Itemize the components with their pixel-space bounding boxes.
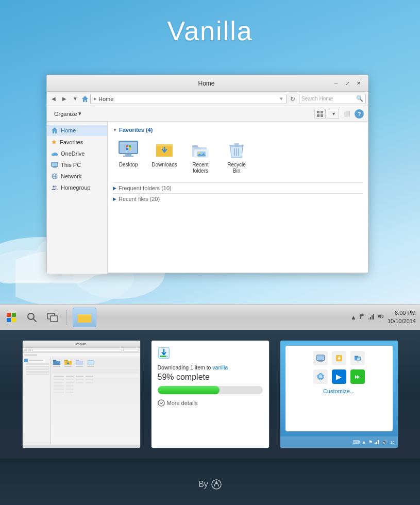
view-dropdown-button[interactable]: ▾ — [328, 109, 339, 119]
recent-folders-icon — [190, 139, 211, 160]
view-tiles-button[interactable] — [314, 109, 326, 119]
onedrive-icon — [51, 150, 58, 157]
svg-rect-5 — [317, 111, 320, 113]
favorites-title: Favorites (4) — [119, 127, 153, 133]
network-tray-icon[interactable] — [368, 313, 375, 322]
nav-item-home[interactable]: Home — [47, 125, 107, 136]
fav-item-downloads[interactable]: Downloads — [149, 137, 180, 176]
search-placeholder: Search Home — [301, 96, 356, 102]
customize-label: Customize... — [323, 388, 355, 394]
svg-rect-50 — [64, 360, 67, 361]
search-taskbar-button[interactable] — [25, 310, 39, 325]
svg-point-74 — [212, 480, 221, 489]
svg-point-20 — [55, 186, 57, 188]
by-label: By — [198, 480, 208, 489]
folder-taskbar-icon — [77, 311, 92, 324]
thumbnail-tray[interactable]: ▶ ⏭ Customize... ⌨ ▲ ⚑ — [280, 340, 398, 448]
address-path[interactable]: ▸ Home ▾ — [90, 94, 287, 104]
nav-item-homegroup[interactable]: Homegroup — [47, 182, 107, 193]
svg-rect-8 — [321, 114, 323, 117]
thumb1-taskbar — [23, 445, 140, 448]
refresh-button[interactable]: ↻ — [288, 94, 297, 104]
tray-icon-4[interactable] — [313, 369, 328, 384]
download-destination: vanilla — [212, 364, 228, 371]
organize-arrow: ▾ — [78, 110, 81, 117]
task-view-button[interactable] — [45, 310, 60, 325]
recent-files-arrow: ▶ — [113, 196, 116, 201]
up-button[interactable]: ▼ — [71, 94, 80, 104]
help-button[interactable]: ? — [355, 109, 364, 119]
thumbnail-explorer[interactable]: vanilla — [22, 340, 141, 448]
action-center-icon[interactable] — [359, 313, 366, 322]
desktop-icon — [118, 139, 139, 160]
tray-icons-row-1 — [291, 351, 388, 365]
close-button[interactable]: ✕ — [354, 79, 364, 88]
minimize-button[interactable]: ─ — [331, 79, 341, 88]
svg-rect-16 — [53, 167, 57, 168]
frequent-folders-label: Frequent folders (10) — [119, 185, 172, 191]
system-clock[interactable]: 6:00 PM 10/10/2014 — [388, 309, 416, 325]
svg-point-68 — [317, 373, 324, 380]
svg-rect-49 — [53, 360, 56, 361]
nav-item-network[interactable]: Network — [47, 171, 107, 182]
fav-item-desktop[interactable]: Desktop — [113, 137, 144, 176]
tray-icon-1[interactable] — [313, 351, 328, 365]
volume-icon[interactable] — [377, 313, 384, 322]
forward-button[interactable]: ▶ — [60, 94, 69, 104]
maximize-button[interactable]: ⤢ — [342, 79, 352, 88]
customize-button[interactable]: Customize... — [291, 388, 388, 394]
back-button[interactable]: ◀ — [49, 94, 58, 104]
thumb1-body — [23, 357, 140, 445]
nav-home-label: Home — [61, 127, 76, 133]
recent-files-row[interactable]: ▶ Recent files (20) — [113, 193, 363, 204]
nav-homegroup-label: Homegroup — [61, 184, 90, 191]
more-details-button[interactable]: More details — [158, 399, 263, 407]
svg-rect-43 — [51, 316, 58, 322]
recycle-bin-icon — [226, 139, 247, 160]
svg-rect-26 — [129, 145, 131, 147]
tray-icon-5[interactable]: ▶ — [332, 369, 346, 384]
thumb3-arrow-icon: ▲ — [362, 440, 366, 445]
tray-icon-6[interactable]: ⏭ — [350, 369, 365, 384]
home-nav-icon — [51, 127, 58, 134]
content-pane: ▼ Favorites (4) — [108, 122, 368, 274]
start-button[interactable] — [4, 310, 19, 325]
nav-thispc-label: This PC — [61, 162, 81, 168]
thumb1-sidebar — [23, 357, 51, 445]
explorer-window: Home ─ ⤢ ✕ ◀ ▶ ▼ ▸ Home ▾ ↻ Search Home … — [46, 75, 368, 273]
progress-bar-background — [158, 386, 263, 394]
nav-item-favorites[interactable]: ★ Favorites — [47, 136, 107, 148]
favorites-header[interactable]: ▼ Favorites (4) — [113, 127, 363, 133]
explorer-taskbar-item[interactable] — [73, 308, 96, 327]
clock-time: 6:00 PM — [388, 309, 416, 317]
nav-item-onedrive[interactable]: OneDrive — [47, 148, 107, 159]
nav-onedrive-label: OneDrive — [61, 150, 85, 157]
download-header — [158, 347, 263, 359]
organize-label: Organize — [54, 111, 77, 117]
svg-rect-48 — [373, 314, 374, 319]
thumb3-flag-icon: ⚑ — [368, 440, 373, 445]
thumbnail-download[interactable]: Downloading 1 item to vanilla 59% comple… — [151, 340, 270, 448]
organize-button[interactable]: Organize ▾ — [51, 109, 85, 118]
sys-tray: ▲ — [350, 313, 384, 322]
svg-rect-7 — [317, 114, 320, 117]
search-box[interactable]: Search Home 🔍 — [299, 94, 366, 104]
page-title: Vanilla — [0, 15, 420, 46]
window-title: Home — [82, 80, 331, 87]
svg-rect-6 — [321, 111, 323, 113]
thumb1-content: vanilla — [23, 341, 140, 448]
tray-icon-2[interactable] — [332, 351, 346, 365]
taskbar-right: ▲ — [346, 309, 420, 325]
fav-item-recent[interactable]: Recent folders — [185, 137, 216, 176]
tray-icon-3[interactable] — [350, 351, 365, 365]
fav-item-recycle[interactable]: Recycle Bin — [221, 137, 252, 176]
svg-rect-63 — [317, 356, 324, 360]
toolbar: Organize ▾ ▾ ⬜ ? — [47, 106, 368, 122]
nav-item-thispc[interactable]: This PC — [47, 159, 107, 171]
svg-rect-45 — [368, 318, 369, 319]
svg-rect-72 — [376, 442, 377, 444]
preview-pane-button[interactable]: ⬜ — [341, 109, 352, 119]
frequent-folders-row[interactable]: ▶ Frequent folders (10) — [113, 182, 363, 193]
window-body: Home ★ Favorites OneDrive — [47, 122, 368, 274]
show-hidden-icons[interactable]: ▲ — [350, 314, 357, 321]
